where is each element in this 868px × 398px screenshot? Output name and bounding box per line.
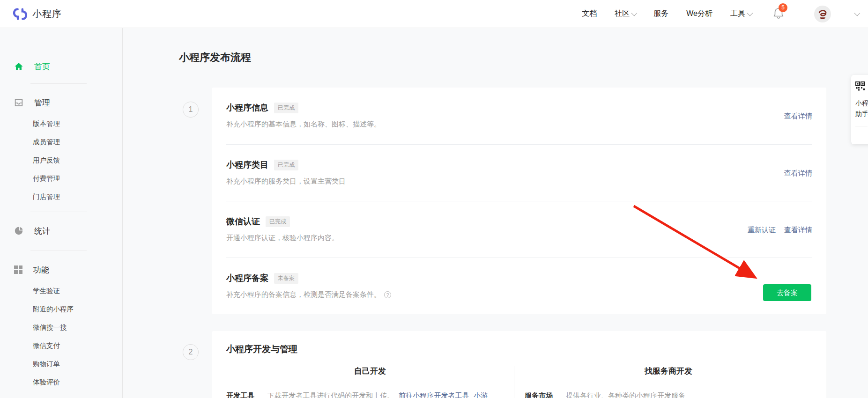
drawer-icon <box>14 97 24 108</box>
dev-tools-label: 开发工具 <box>226 391 254 398</box>
go-to-filing-button[interactable]: 去备案 <box>763 284 811 301</box>
column-self-develop: 自己开发 开发工具 下载开发者工具进行代码的开发和上传。 前往小程序开发者工具 … <box>226 366 514 398</box>
qr-code-icon <box>855 81 865 91</box>
row-miniprogram-category: 小程序类目 已完成 补充小程序的服务类目，设置主营类目 查看详情 <box>226 144 812 201</box>
sidebar-item-experience-rating[interactable]: 体验评价 <box>0 373 122 391</box>
row-wechat-verification: 微信认证 已完成 开通小程序认证，核验小程序内容。 重新认证 查看详情 <box>226 201 812 258</box>
widget-divider <box>855 126 868 126</box>
reverify-link[interactable]: 重新认证 <box>748 226 776 235</box>
top-header: 小程序 文档 社区 服务 We分析 工具 5 <box>0 0 868 28</box>
column-find-service-provider: 找服务商开发 服务市场 提供各行业、各种类的小程序开发服务 <box>514 366 812 398</box>
miniprogram-assistant-widget[interactable]: 小程序助手 <box>851 75 868 144</box>
nav-tools[interactable]: 工具 <box>730 9 751 19</box>
column-header: 找服务商开发 <box>525 366 812 376</box>
sidebar-item-label: 首页 <box>34 61 50 72</box>
status-badge: 已完成 <box>274 160 298 170</box>
brand-title: 小程序 <box>32 7 62 20</box>
brand[interactable]: 小程序 <box>13 7 62 22</box>
row-miniprogram-icp-filing: 小程序备案 未备案 补充小程序的备案信息，检测是否满足备案条件。 ? 去备案 <box>226 258 812 314</box>
chevron-down-icon <box>631 10 638 16</box>
sidebar-item-member-management[interactable]: 成员管理 <box>0 133 122 151</box>
grid-icon <box>14 265 23 274</box>
sidebar-item-shopping-orders[interactable]: 购物订单 <box>0 355 122 373</box>
sidebar-divider <box>30 83 87 84</box>
sidebar-item-payment-management[interactable]: 付费管理 <box>0 170 122 188</box>
nav-services[interactable]: 服务 <box>653 9 668 19</box>
step-1-indicator: 1 <box>183 102 199 118</box>
minigame-link[interactable]: 小游 <box>474 391 488 398</box>
management-sublist: 版本管理 成员管理 用户反馈 付费管理 门店管理 <box>0 115 122 206</box>
step2-title: 小程序开发与管理 <box>226 331 812 355</box>
step-2-indicator: 2 <box>183 344 199 360</box>
row-title: 微信认证 <box>226 216 260 227</box>
status-badge: 已完成 <box>274 103 298 113</box>
main-content: 小程序发布流程 1 小程序信息 已完成 补充小程序的基本信息，如名称、图标、描述… <box>123 28 868 398</box>
view-details-link[interactable]: 查看详情 <box>784 169 812 178</box>
sidebar-divider <box>30 251 87 251</box>
avatar-logo-icon <box>816 8 829 20</box>
row-description: 补充小程序的备案信息，检测是否满足备案条件。 <box>226 290 381 299</box>
header-nav: 文档 社区 服务 We分析 工具 5 <box>582 6 859 22</box>
sidebar: 首页 管理 版本管理 成员管理 用户反馈 付费管理 门店管理 统计 功能 学生验… <box>0 28 123 398</box>
home-icon <box>14 61 24 72</box>
row-description: 补充小程序的基本信息，如名称、图标、描述等。 <box>226 120 812 129</box>
help-circle-icon[interactable]: ? <box>384 291 391 298</box>
dev-tools-text: 下载开发者工具进行代码的开发和上传。 <box>267 391 394 398</box>
row-title: 小程序类目 <box>226 159 268 170</box>
sidebar-item-version-management[interactable]: 版本管理 <box>0 115 122 133</box>
sidebar-section-label: 管理 <box>34 97 50 108</box>
service-market-text: 提供各行业、各种类的小程序开发服务 <box>566 391 685 398</box>
sidebar-item-store-management[interactable]: 门店管理 <box>0 188 122 206</box>
row-description: 补充小程序的服务类目，设置主营类目 <box>226 177 812 186</box>
service-market-label: 服务市场 <box>525 391 553 398</box>
view-details-link[interactable]: 查看详情 <box>784 226 812 235</box>
sidebar-divider <box>30 212 87 212</box>
row-title: 小程序备案 <box>226 273 268 284</box>
sidebar-item-home[interactable]: 首页 <box>0 57 122 76</box>
row-title: 小程序信息 <box>226 102 268 113</box>
page-title: 小程序发布流程 <box>179 51 251 65</box>
sidebar-section-management[interactable]: 管理 <box>0 93 122 112</box>
sidebar-section-label: 统计 <box>34 226 50 236</box>
assistant-label: 小程序助手 <box>855 98 868 119</box>
release-steps-card: 小程序信息 已完成 补充小程序的基本信息，如名称、图标、描述等。 查看详情 小程… <box>212 88 826 314</box>
sidebar-item-wechat-search[interactable]: 微信搜一搜 <box>0 318 122 337</box>
miniprogram-logo-icon <box>13 7 28 22</box>
account-avatar[interactable] <box>814 6 831 22</box>
status-badge: 已完成 <box>266 216 290 227</box>
nav-we-analytics[interactable]: We分析 <box>686 9 712 19</box>
column-header: 自己开发 <box>226 366 514 376</box>
row-description: 开通小程序认证，核验小程序内容。 <box>226 234 812 243</box>
row-miniprogram-info: 小程序信息 已完成 补充小程序的基本信息，如名称、图标、描述等。 查看详情 <box>226 88 812 144</box>
sidebar-section-label: 功能 <box>33 265 49 275</box>
sidebar-item-nearby-miniprograms[interactable]: 附近的小程序 <box>0 300 122 318</box>
features-sublist: 学生验证 附近的小程序 微信搜一搜 微信支付 购物订单 体验评价 <box>0 282 122 391</box>
view-details-link[interactable]: 查看详情 <box>784 112 812 121</box>
sidebar-section-statistics[interactable]: 统计 <box>0 221 122 240</box>
sidebar-item-user-feedback[interactable]: 用户反馈 <box>0 151 122 170</box>
goto-devtools-link[interactable]: 前往小程序开发者工具 <box>399 391 469 398</box>
nav-docs[interactable]: 文档 <box>582 9 597 19</box>
sidebar-section-features[interactable]: 功能 <box>0 260 122 279</box>
status-badge: 未备案 <box>274 273 298 284</box>
pie-chart-icon <box>14 226 24 236</box>
sidebar-item-wechat-pay[interactable]: 微信支付 <box>0 337 122 355</box>
notifications-button[interactable]: 5 <box>773 7 784 21</box>
notification-badge: 5 <box>779 3 787 12</box>
nav-community[interactable]: 社区 <box>615 9 636 19</box>
chevron-down-icon <box>747 10 753 16</box>
sidebar-item-student-verification[interactable]: 学生验证 <box>0 282 122 300</box>
development-management-card: 小程序开发与管理 自己开发 开发工具 下载开发者工具进行代码的开发和上传。 前往… <box>212 331 826 398</box>
account-menu-chevron-icon[interactable] <box>854 10 861 16</box>
